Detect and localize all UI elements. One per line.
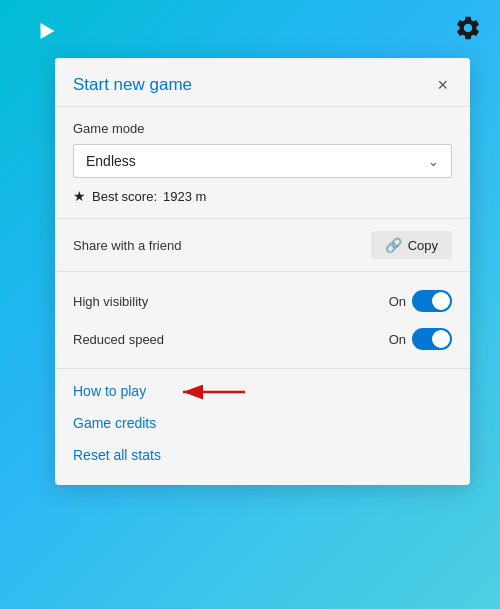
reset-all-stats-link[interactable]: Reset all stats bbox=[73, 439, 452, 471]
high-visibility-state: On bbox=[389, 294, 406, 309]
reduced-speed-row: Reduced speed On bbox=[73, 320, 452, 358]
gear-icon bbox=[454, 14, 482, 42]
reduced-speed-state: On bbox=[389, 332, 406, 347]
chevron-down-icon: ⌄ bbox=[428, 154, 439, 169]
high-visibility-label: High visibility bbox=[73, 294, 148, 309]
mouse-cursor bbox=[34, 19, 55, 39]
settings-button[interactable] bbox=[454, 14, 482, 46]
share-section: Share with a friend 🔗 Copy bbox=[55, 218, 470, 272]
share-label: Share with a friend bbox=[73, 238, 181, 253]
best-score-value: 1923 m bbox=[163, 189, 206, 204]
best-score-row: ★ Best score: 1923 m bbox=[73, 188, 452, 204]
star-icon: ★ bbox=[73, 188, 86, 204]
settings-dialog: Start new game × Game mode Endless ⌄ ★ B… bbox=[55, 58, 470, 485]
high-visibility-toggle-right: On bbox=[389, 290, 452, 312]
copy-button[interactable]: 🔗 Copy bbox=[371, 231, 452, 259]
high-visibility-toggle[interactable] bbox=[412, 290, 452, 312]
arrow-indicator bbox=[175, 377, 255, 411]
reduced-speed-label: Reduced speed bbox=[73, 332, 164, 347]
best-score-prefix: Best score: bbox=[92, 189, 157, 204]
game-credits-link[interactable]: Game credits bbox=[73, 407, 452, 439]
reduced-speed-toggle[interactable] bbox=[412, 328, 452, 350]
close-button[interactable]: × bbox=[433, 74, 452, 96]
copy-label: Copy bbox=[408, 238, 438, 253]
reduced-speed-toggle-right: On bbox=[389, 328, 452, 350]
dialog-header: Start new game × bbox=[55, 58, 470, 106]
game-mode-selected: Endless bbox=[86, 153, 136, 169]
game-mode-dropdown[interactable]: Endless ⌄ bbox=[73, 144, 452, 178]
toggles-section: High visibility On Reduced speed On bbox=[55, 272, 470, 369]
how-to-play-link[interactable]: How to play bbox=[73, 375, 452, 407]
start-new-game-link[interactable]: Start new game bbox=[73, 75, 192, 95]
links-section: How to play Game credits Reset all stats bbox=[55, 369, 470, 485]
high-visibility-row: High visibility On bbox=[73, 282, 452, 320]
link-icon: 🔗 bbox=[385, 237, 402, 253]
game-mode-section: Game mode Endless ⌄ ★ Best score: 1923 m bbox=[55, 107, 470, 218]
game-mode-label: Game mode bbox=[73, 121, 452, 136]
